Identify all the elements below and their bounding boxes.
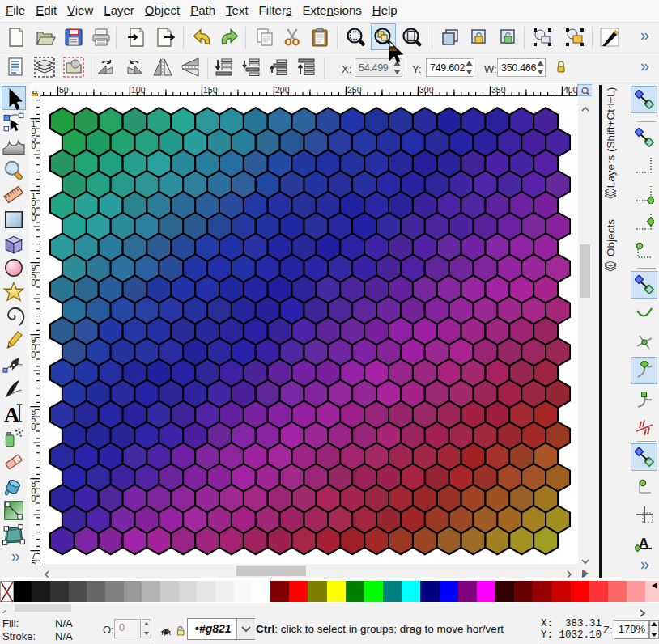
svg-text:350: 350 <box>491 85 506 95</box>
svg-text:300: 300 <box>419 85 434 95</box>
svg-text:0: 0 <box>32 422 36 431</box>
svg-text:0: 0 <box>32 141 36 150</box>
svg-text:5: 5 <box>32 558 36 564</box>
svg-text:0: 0 <box>32 350 36 359</box>
svg-text:50: 50 <box>59 85 69 95</box>
svg-text:100: 100 <box>131 85 146 95</box>
svg-text:200: 200 <box>275 85 290 95</box>
svg-text:0: 0 <box>32 494 36 503</box>
svg-text:150: 150 <box>203 85 218 95</box>
svg-text:250: 250 <box>347 85 362 95</box>
svg-text:0: 0 <box>32 278 36 287</box>
svg-text:400: 400 <box>563 85 578 95</box>
svg-text:0: 0 <box>32 213 36 222</box>
